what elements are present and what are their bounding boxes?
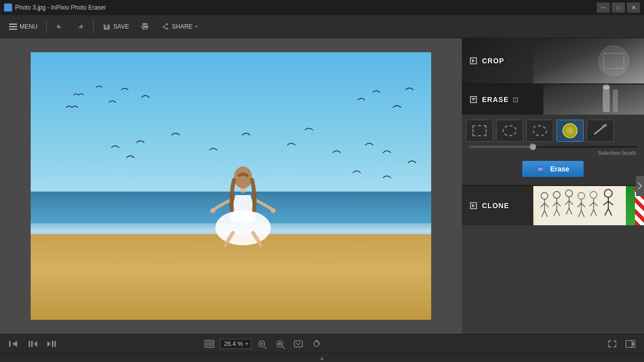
svg-rect-0: [9, 24, 17, 25]
svg-rect-76: [278, 343, 281, 345]
svg-line-71: [264, 346, 267, 349]
crop-title: CROP: [482, 57, 504, 65]
slider-thumb[interactable]: [529, 143, 536, 150]
crop-toggle-arrow: [472, 59, 475, 63]
canvas-container: [31, 52, 431, 320]
brush-size-slider[interactable]: [469, 146, 637, 148]
statusbar: 26.4 % ▾: [0, 334, 644, 353]
window-title: Photo 3.jpg - InPixio Photo Eraser: [15, 4, 597, 11]
fullscreen-button[interactable]: [605, 337, 620, 351]
svg-rect-62: [29, 341, 30, 347]
fit-window-button[interactable]: [291, 337, 306, 351]
nav-start-icon: [8, 339, 19, 349]
svg-rect-77: [294, 341, 302, 347]
erase-toggle[interactable]: [470, 96, 477, 103]
erase-button-icon: [536, 165, 546, 173]
panel-toggle-button[interactable]: [623, 337, 638, 351]
share-icon: [161, 23, 169, 31]
svg-rect-60: [9, 341, 11, 347]
svg-marker-67: [47, 341, 51, 347]
svg-rect-69: [206, 341, 213, 346]
zoom-value-container[interactable]: 26.4 % ▾: [220, 339, 252, 349]
erase-header[interactable]: ERASE ⊡: [462, 84, 644, 115]
erase-title: ERASE: [482, 96, 509, 104]
redo-icon: [76, 23, 84, 31]
erase-section: ERASE ⊡: [462, 83, 644, 185]
clone-header: CLONE: [462, 186, 644, 225]
svg-rect-66: [52, 341, 53, 347]
window-controls: ─ □ ✕: [597, 3, 640, 13]
fullscreen-icon: [607, 339, 618, 349]
share-button[interactable]: SHARE ▾: [156, 18, 202, 35]
erase-button-label: Erase: [550, 165, 569, 173]
photo-sky: [31, 52, 431, 200]
menu-label: MENU: [20, 23, 37, 30]
main-image[interactable]: [31, 52, 431, 320]
print-button[interactable]: [136, 18, 154, 35]
menu-icon: [9, 23, 17, 31]
zoom-area: 26.4 % ▾: [202, 337, 324, 351]
svg-rect-83: [632, 342, 634, 346]
svg-rect-63: [31, 341, 33, 347]
selection-brush-label: Selection brush: [466, 150, 640, 157]
nav-next-button[interactable]: [44, 339, 59, 349]
expand-right-icon: [637, 182, 642, 190]
svg-rect-65: [54, 341, 56, 347]
zoom-fit-button[interactable]: [255, 337, 270, 351]
clone-toggle[interactable]: [470, 202, 477, 209]
selection-brush-tool[interactable]: [587, 120, 614, 142]
menu-button[interactable]: MENU: [4, 18, 42, 35]
svg-rect-1: [9, 26, 17, 27]
erase-expand-icon[interactable]: ⊡: [513, 96, 519, 104]
selection-brush-icon: [593, 124, 608, 138]
brush-tool[interactable]: [556, 120, 584, 142]
crop-section[interactable]: CROP: [462, 38, 644, 83]
rotate-icon: [311, 339, 322, 349]
clone-section[interactable]: CLONE: [462, 185, 644, 225]
fit-window-icon: [293, 339, 304, 349]
zoom-value: 26.4 %: [223, 340, 244, 347]
crop-header: CROP: [462, 38, 644, 83]
bottom-bar: ▲: [0, 353, 644, 362]
nav-prev-button[interactable]: [25, 339, 40, 349]
brush-size-slider-row: [466, 146, 640, 148]
zoom-100-button[interactable]: [273, 337, 288, 351]
erase-button[interactable]: Erase: [522, 161, 583, 177]
svg-line-18: [595, 127, 604, 134]
print-icon: [141, 23, 149, 31]
close-button[interactable]: ✕: [627, 3, 640, 13]
rotate-button[interactable]: [309, 337, 324, 351]
redo-button[interactable]: [71, 18, 89, 35]
zoom-fit-icon: [257, 339, 268, 349]
svg-rect-20: [537, 167, 544, 172]
thumbnail-view-button[interactable]: [202, 337, 217, 351]
lasso-select-tool[interactable]: [526, 120, 553, 142]
crop-toggle[interactable]: [470, 57, 477, 64]
right-panel: CROP: [462, 38, 644, 334]
bottom-chevron-icon[interactable]: ▲: [319, 354, 325, 361]
title-bar: Photo 3.jpg - InPixio Photo Eraser ─ □ ✕: [0, 0, 644, 15]
toolbar: MENU SAVE SHARE ▾: [0, 15, 644, 38]
zoom-dropdown-arrow[interactable]: ▾: [246, 341, 248, 346]
svg-rect-2: [9, 29, 17, 30]
panel-expand-arrow[interactable]: [636, 176, 644, 196]
erase-header-content: ERASE ⊡: [462, 84, 644, 115]
rect-select-tool[interactable]: [466, 120, 493, 142]
maximize-button[interactable]: □: [612, 3, 625, 13]
nav-start-button[interactable]: [6, 339, 21, 349]
status-right-buttons: [605, 337, 638, 351]
save-label: SAVE: [113, 23, 129, 30]
nav-prev-icon: [27, 339, 38, 349]
save-button[interactable]: SAVE: [98, 18, 134, 35]
slider-fill: [469, 146, 536, 148]
nav-next-icon: [46, 339, 57, 349]
main-content: CROP: [0, 38, 644, 334]
ellipse-select-tool[interactable]: [496, 120, 523, 142]
undo-button[interactable]: [51, 18, 69, 35]
ellipse-select-icon: [503, 125, 517, 136]
app-icon: [4, 4, 12, 12]
minimize-button[interactable]: ─: [597, 3, 610, 13]
clone-title: CLONE: [482, 202, 509, 210]
erase-tools: Selection brush Erase: [462, 115, 644, 185]
undo-icon: [56, 23, 64, 31]
